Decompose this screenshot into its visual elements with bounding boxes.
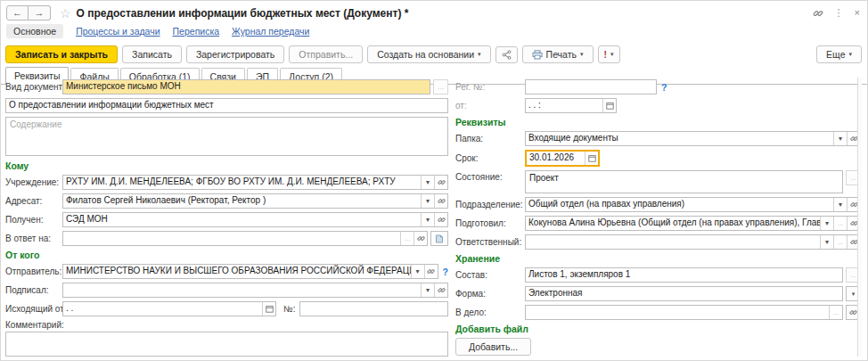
subject-input[interactable]: О предоставлении информации бюджетных ме… bbox=[5, 98, 448, 113]
folder-row: Папка: Входящие документы ▾ bbox=[455, 131, 861, 146]
dropdown-icon[interactable]: ▾ bbox=[421, 176, 434, 189]
form-label: Форма: bbox=[455, 289, 525, 299]
get-link-icon[interactable] bbox=[813, 8, 823, 19]
register-button[interactable]: Зарегистрировать bbox=[186, 45, 284, 63]
signed-label: Подписал: bbox=[5, 285, 62, 295]
signed-input[interactable]: ▾ bbox=[62, 283, 448, 298]
save-and-close-button[interactable]: Записать и закрыть bbox=[5, 45, 118, 63]
create-based-on-button[interactable]: Создать на основании ▾ bbox=[367, 45, 490, 63]
dropdown-icon[interactable]: ▾ bbox=[421, 213, 434, 226]
dropdown-icon[interactable]: ▾ bbox=[820, 217, 833, 230]
composition-label: Состав: bbox=[455, 270, 525, 280]
section-nav: Основное Процессы и задачи Переписка Жур… bbox=[1, 22, 867, 42]
open-link-icon[interactable] bbox=[424, 265, 438, 278]
sender-input[interactable]: МИНИСТЕРСТВО НАУКИ И ВЫСШЕГО ОБРАЗОВАНИЯ… bbox=[62, 264, 438, 279]
open-link-icon[interactable] bbox=[434, 176, 447, 189]
favorite-star-icon[interactable]: ☆ bbox=[60, 6, 71, 21]
responsible-input[interactable]: ▾ ... bbox=[525, 234, 861, 250]
open-link-icon[interactable] bbox=[414, 232, 427, 245]
dropdown-icon[interactable]: ▾ bbox=[833, 198, 847, 211]
help-icon[interactable]: ? bbox=[661, 82, 667, 93]
requisites-section-header: Реквизиты bbox=[455, 117, 861, 127]
ellipsis-icon[interactable]: ... bbox=[833, 217, 847, 230]
print-button[interactable]: Печать ▾ bbox=[522, 45, 594, 63]
share-button[interactable] bbox=[495, 46, 518, 63]
pick-document-button[interactable] bbox=[430, 231, 448, 246]
exclamation-icon: ! bbox=[604, 49, 608, 60]
ellipsis-icon[interactable]: ... bbox=[829, 306, 842, 319]
form-input[interactable]: Электронная bbox=[525, 286, 843, 301]
nav-processes[interactable]: Процессы и задачи bbox=[76, 26, 160, 37]
add-file-section-header: Добавить файл bbox=[455, 324, 861, 334]
doc-kind-value: Министерское письмо МОН bbox=[63, 80, 430, 94]
open-link-icon[interactable] bbox=[434, 194, 447, 208]
case-input[interactable]: ... bbox=[525, 305, 843, 320]
prepared-by-input[interactable]: Кокунова Алина Юрьевна (Общий отдел (на … bbox=[525, 216, 861, 231]
toolbar: Записать и закрыть Записать Зарегистриро… bbox=[1, 42, 867, 69]
in-reply-value bbox=[63, 232, 400, 245]
outgoing-date-input[interactable]: . . bbox=[62, 301, 276, 316]
more-actions-button[interactable]: Еще ▾ bbox=[816, 45, 862, 63]
state-input[interactable]: Проект bbox=[525, 170, 843, 193]
send-label: Отправить... bbox=[299, 49, 353, 60]
department-input[interactable]: Общий отдел (на правах управления) ▾ bbox=[525, 197, 861, 212]
nav-transfer-log[interactable]: Журнал передачи bbox=[232, 26, 309, 37]
responsible-label: Ответственный: bbox=[455, 237, 525, 247]
dropdown-icon[interactable]: ▾ bbox=[833, 132, 847, 145]
reg-number-row: Рег. №: ? bbox=[455, 79, 861, 94]
calendar-icon[interactable] bbox=[602, 99, 616, 112]
dropdown-icon[interactable]: ▾ bbox=[820, 235, 833, 249]
signed-value bbox=[63, 283, 421, 297]
dropdown-icon[interactable]: ▾ bbox=[421, 283, 434, 297]
due-date-input[interactable]: 30.01.2026 bbox=[525, 150, 600, 167]
institution-label: Учреждение: bbox=[5, 177, 62, 187]
received-input[interactable]: СЭД МОН ▾ bbox=[62, 212, 448, 227]
back-button[interactable]: ← bbox=[6, 5, 29, 21]
nav-main[interactable]: Основное bbox=[6, 24, 63, 38]
received-value: СЭД МОН bbox=[63, 213, 421, 226]
importance-button[interactable]: ! ▾ bbox=[598, 45, 620, 63]
add-file-button[interactable]: Добавить... bbox=[455, 338, 531, 356]
in-reply-input[interactable]: ... bbox=[62, 231, 428, 246]
folder-input[interactable]: Входящие документы ▾ bbox=[525, 131, 861, 146]
calendar-icon[interactable] bbox=[585, 152, 598, 165]
content-placeholder: Содержание bbox=[10, 119, 61, 129]
reg-number-input[interactable] bbox=[525, 79, 657, 94]
open-link-icon[interactable] bbox=[434, 283, 447, 297]
dropdown-icon[interactable]: ▾ bbox=[421, 194, 434, 208]
doc-kind-choose-button[interactable]: ... bbox=[433, 79, 448, 94]
outgoing-number-label: №: bbox=[283, 304, 296, 314]
addressee-input[interactable]: Филатов Сергей Николаевич (Ректорат, Рек… bbox=[62, 193, 448, 209]
institution-input[interactable]: РХТУ ИМ. Д.И. МЕНДЕЛЕЕВА; ФГБОУ ВО РХТУ … bbox=[62, 175, 448, 190]
reg-number-label: Рег. №: bbox=[455, 82, 525, 92]
close-icon[interactable]: × bbox=[855, 8, 860, 18]
doc-kind-input[interactable]: Министерское письмо МОН bbox=[62, 79, 430, 94]
more-menu-icon[interactable]: ⋮ bbox=[834, 8, 844, 18]
help-icon[interactable]: ? bbox=[443, 267, 448, 277]
ellipsis-icon[interactable]: ... bbox=[833, 235, 847, 249]
case-row: В дело: ... bbox=[455, 305, 861, 320]
send-button[interactable]: Отправить... bbox=[289, 45, 363, 63]
dropdown-icon[interactable]: ▾ bbox=[411, 265, 424, 278]
outgoing-label: Исходящий от: bbox=[5, 304, 62, 314]
comment-textarea[interactable] bbox=[5, 332, 448, 357]
more-actions-label: Еще bbox=[826, 49, 845, 60]
vertical-scrollbar[interactable] bbox=[857, 78, 862, 357]
in-reply-label: В ответ на: bbox=[5, 234, 62, 243]
chevron-down-icon: ▾ bbox=[848, 51, 852, 58]
nav-correspondence[interactable]: Переписка bbox=[173, 26, 220, 37]
ellipsis-icon: ... bbox=[850, 174, 856, 182]
open-link-icon[interactable] bbox=[434, 213, 447, 226]
save-button[interactable]: Записать bbox=[122, 45, 182, 63]
chevron-down-icon: ▾ bbox=[610, 51, 614, 58]
calendar-icon[interactable] bbox=[262, 302, 275, 316]
reg-date-input[interactable]: . . : bbox=[525, 98, 617, 113]
ellipsis-icon[interactable]: ... bbox=[400, 232, 414, 245]
content-textarea[interactable]: Содержание bbox=[5, 117, 448, 156]
in-reply-row: В ответ на: ... bbox=[5, 231, 448, 246]
outgoing-number-input[interactable] bbox=[299, 301, 448, 316]
page-title: О предоставлении информации бюджетных ме… bbox=[77, 7, 409, 20]
received-row: Получен: СЭД МОН ▾ bbox=[5, 212, 448, 227]
forward-button[interactable]: → bbox=[29, 5, 51, 21]
composition-input[interactable]: Листов 1, экземпляров 1 bbox=[525, 267, 843, 283]
